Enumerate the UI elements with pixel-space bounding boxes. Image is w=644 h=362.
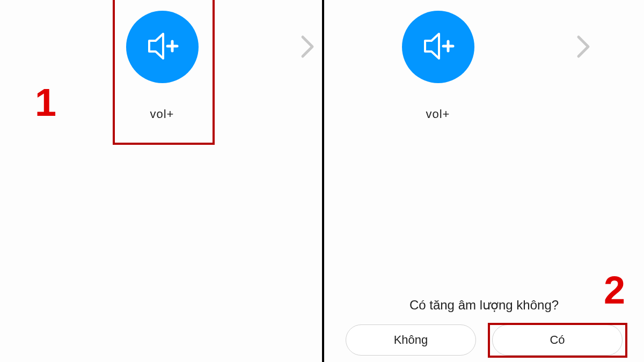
highlight-box-step-2 xyxy=(488,323,627,358)
next-step-chevron[interactable] xyxy=(576,35,591,58)
tutorial-canvas: vol+ 1 vol+ Có tăng âm lượng kh xyxy=(0,0,644,362)
panel-step-1: vol+ 1 xyxy=(0,0,322,362)
confirmation-prompt: Có tăng âm lượng không? xyxy=(324,298,644,313)
panel-step-2: vol+ Có tăng âm lượng không? Không Có 2 xyxy=(324,0,644,362)
step-number-2: 2 xyxy=(604,268,625,312)
next-step-chevron[interactable] xyxy=(301,35,316,58)
volume-up-label: vol+ xyxy=(411,107,465,121)
no-button-label: Không xyxy=(394,333,428,347)
step-number-1: 1 xyxy=(35,80,56,124)
no-button[interactable]: Không xyxy=(346,324,476,356)
svg-marker-3 xyxy=(425,34,439,58)
highlight-box-step-1 xyxy=(113,0,215,145)
volume-up-icon xyxy=(420,27,457,67)
volume-up-button[interactable] xyxy=(402,11,474,83)
